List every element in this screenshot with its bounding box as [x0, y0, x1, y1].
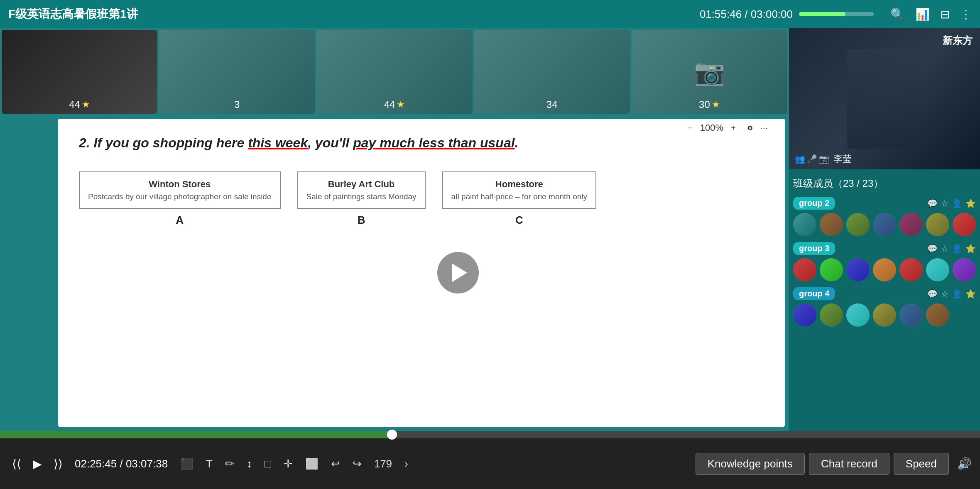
- detail-a: Postcards by our village photographer on…: [88, 192, 272, 201]
- avatar[interactable]: [846, 258, 870, 281]
- brush-tool-button[interactable]: ✏: [221, 456, 238, 472]
- avatar[interactable]: [820, 303, 843, 327]
- group-3-icons: 💬 ☆ 👤 ⭐: [927, 244, 976, 254]
- speed-button[interactable]: Speed: [894, 453, 949, 475]
- zoom-in-button[interactable]: +: [727, 121, 740, 134]
- answer-box-b[interactable]: Burley Art Club Sale of paintings starts…: [297, 171, 426, 209]
- avatar[interactable]: [820, 258, 843, 281]
- avatar[interactable]: [899, 303, 923, 327]
- erase-tool-button[interactable]: ⬜: [301, 456, 323, 472]
- right-panel: 新东方 👥 🎤 📷 李莹 班级成员（23 / 23） group 2 💬 ☆ 👤…: [789, 28, 980, 431]
- score-2: 3: [234, 99, 240, 110]
- slide-area: 2. If you go shopping here this week, yo…: [58, 119, 785, 427]
- play-overlay-button[interactable]: [437, 252, 479, 293]
- avatar[interactable]: [793, 258, 816, 281]
- group-4-icons: 💬 ☆ 👤 ⭐: [927, 289, 976, 299]
- chart-icon[interactable]: 📊: [915, 7, 930, 21]
- more-tools-button[interactable]: ›: [400, 456, 412, 472]
- score-1: 44★: [69, 99, 90, 110]
- avatar[interactable]: [820, 213, 843, 236]
- text-tool-button[interactable]: T: [202, 456, 217, 472]
- record-button[interactable]: ⬛: [176, 456, 198, 472]
- avatar[interactable]: [846, 303, 870, 327]
- main-content-area: 44★ 3 44★ 34 📷 30★: [0, 28, 789, 431]
- group-section-3: group 3 💬 ☆ 👤 ⭐: [793, 242, 976, 281]
- arrow-icon: ↕: [247, 457, 252, 470]
- avatar[interactable]: [899, 213, 923, 236]
- group-2-icons: 💬 ☆ 👤 ⭐: [927, 198, 976, 208]
- shape-tool-button[interactable]: □: [260, 456, 275, 472]
- play-pause-button[interactable]: ▶: [29, 455, 46, 472]
- arrow-tool-button[interactable]: ↕: [243, 456, 256, 472]
- redo-button[interactable]: ↪: [348, 456, 366, 472]
- answer-option-b: Burley Art Club Sale of paintings starts…: [297, 171, 426, 227]
- detail-b: Sale of paintings starts Monday: [306, 192, 416, 201]
- bottom-progress-bar[interactable]: [0, 431, 980, 438]
- avatar[interactable]: [873, 213, 896, 236]
- group-award-icon-3[interactable]: ⭐: [965, 244, 976, 254]
- avatar[interactable]: [793, 303, 816, 327]
- avatar[interactable]: [873, 303, 896, 327]
- chat-record-button[interactable]: Chat record: [809, 453, 889, 475]
- prev-button[interactable]: ⟨⟨: [8, 455, 25, 472]
- teacher-silhouette: [847, 49, 922, 149]
- next-button[interactable]: ⟩⟩: [50, 455, 66, 472]
- controls-row: ⟨⟨ ▶ ⟩⟩ 02:25:45 / 03:07:38 ⬛ T ✏ ↕ □ ✛ …: [0, 438, 980, 489]
- thumbnail-3[interactable]: 44★: [316, 30, 472, 114]
- group-star-icon[interactable]: ☆: [941, 198, 948, 208]
- more-dots-icon[interactable]: ···: [760, 122, 768, 134]
- prev-icon: ⟨⟨: [12, 457, 21, 471]
- thumbnail-1[interactable]: 44★: [2, 30, 157, 114]
- score-3: 44★: [384, 99, 405, 110]
- group-star-icon-4[interactable]: ☆: [941, 289, 948, 299]
- avatar[interactable]: [899, 258, 923, 281]
- avatar[interactable]: [926, 303, 949, 327]
- play-triangle-icon: [452, 264, 467, 282]
- zoom-settings-button[interactable]: ⚙: [743, 121, 757, 134]
- group-4-header: group 4 💬 ☆ 👤 ⭐: [793, 287, 976, 300]
- group-chat-icon[interactable]: 💬: [927, 198, 938, 208]
- group-chat-icon-3[interactable]: 💬: [927, 244, 938, 254]
- group-award-icon-4[interactable]: ⭐: [965, 289, 976, 299]
- group-star-icon-3[interactable]: ☆: [941, 244, 948, 254]
- layout-icon[interactable]: ⊟: [940, 7, 950, 21]
- teacher-info: 👥 🎤 📷 李莹: [795, 153, 852, 165]
- more-icon[interactable]: ⋮: [960, 7, 972, 21]
- group-chat-icon-4[interactable]: 💬: [927, 289, 938, 299]
- group-person-icon-4[interactable]: 👤: [952, 289, 962, 299]
- avatar[interactable]: [873, 258, 896, 281]
- avatar[interactable]: [846, 213, 870, 236]
- screenshot-icon[interactable]: 🔍: [890, 7, 905, 21]
- progress-dot[interactable]: [387, 430, 397, 440]
- teacher-avatar-icons: 👥 🎤 📷: [795, 154, 829, 164]
- thumbnail-2[interactable]: 3: [159, 30, 315, 114]
- top-bar: F级英语志高暑假班第1讲 01:55:46 / 03:00:00 🔍 📊 ⊟ ⋮: [0, 0, 980, 28]
- timer-display: 01:55:46 / 03:00:00: [700, 8, 793, 21]
- group-award-icon[interactable]: ⭐: [965, 198, 976, 208]
- members-header: 班级成员（23 / 23）: [793, 174, 976, 193]
- group-person-icon[interactable]: 👤: [952, 198, 962, 208]
- avatar[interactable]: [953, 213, 976, 236]
- top-progress-bar[interactable]: [799, 12, 874, 16]
- avatar[interactable]: [926, 213, 949, 236]
- group-person-icon-3[interactable]: 👤: [952, 244, 962, 254]
- answer-box-c[interactable]: Homestore all paint half-price – for one…: [442, 171, 596, 209]
- store-b: Burley Art Club: [328, 179, 395, 190]
- undo-button[interactable]: ↩: [327, 456, 344, 472]
- score-4: 34: [546, 99, 558, 110]
- more-icon: ›: [404, 457, 408, 470]
- move-tool-button[interactable]: ✛: [279, 456, 297, 472]
- knowledge-points-button[interactable]: Knowledge points: [696, 453, 805, 475]
- avatar[interactable]: [953, 258, 976, 281]
- page-info: 179: [370, 456, 396, 472]
- zoom-out-button[interactable]: −: [684, 121, 697, 134]
- volume-button[interactable]: 🔊: [957, 457, 972, 471]
- avatar[interactable]: [793, 213, 816, 236]
- lecture-title: F级英语志高暑假班第1讲: [8, 6, 700, 22]
- people-icon: 👥: [795, 154, 805, 164]
- avatar[interactable]: [926, 258, 949, 281]
- answer-box-a[interactable]: Winton Stores Postcards by our village p…: [79, 171, 281, 209]
- thumbnail-5[interactable]: 📷 30★: [632, 30, 787, 114]
- thumbnail-4[interactable]: 34: [474, 30, 630, 114]
- move-icon: ✛: [284, 457, 293, 470]
